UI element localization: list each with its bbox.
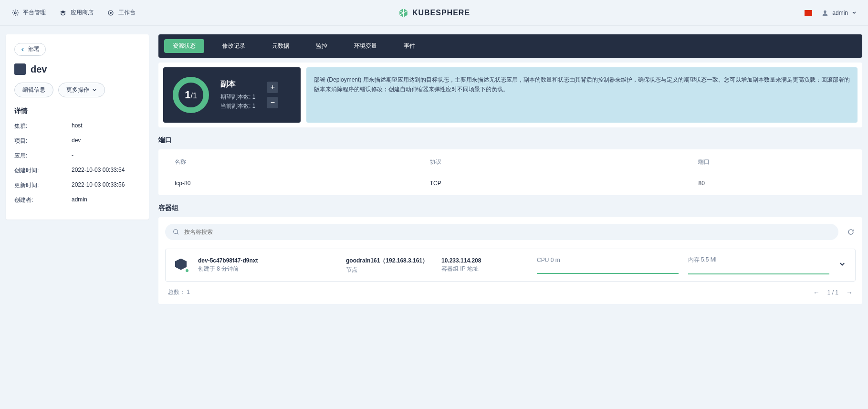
value: dev bbox=[72, 137, 81, 145]
search-icon bbox=[173, 229, 179, 235]
label: 创建者: bbox=[14, 196, 72, 204]
more-button[interactable]: 更多操作 bbox=[58, 83, 105, 97]
detail-created: 创建时间:2022-10-03 00:33:54 bbox=[14, 167, 140, 175]
search-input[interactable] bbox=[184, 229, 831, 235]
detail-updated: 更新时间:2022-10-03 00:33:56 bbox=[14, 181, 140, 189]
deployment-info: 部署 (Deployment) 用来描述期望应用达到的目标状态，主要用来描述无状… bbox=[306, 67, 858, 123]
ports-row: tcp-80 TCP 80 bbox=[158, 173, 862, 193]
tab-metadata[interactable]: 元数据 bbox=[263, 39, 298, 53]
edit-button[interactable]: 编辑信息 bbox=[14, 83, 53, 97]
chevron-down-icon bbox=[839, 261, 846, 268]
label: 集群: bbox=[14, 122, 72, 130]
refresh-button[interactable] bbox=[846, 227, 856, 237]
tab-status[interactable]: 资源状态 bbox=[164, 39, 204, 53]
ports-title: 端口 bbox=[158, 136, 862, 145]
pager-controls: ← 1 / 1 → bbox=[813, 289, 853, 296]
cpu-sparkline bbox=[537, 265, 679, 274]
replica-controls: + − bbox=[267, 82, 278, 108]
port-number: 80 bbox=[698, 180, 846, 187]
mem-sparkline bbox=[688, 266, 830, 274]
detail-project: 项目:dev bbox=[14, 137, 140, 145]
pod-node: goodrain161（192.168.3.161） bbox=[346, 257, 432, 265]
content-area: 资源状态 修改记录 元数据 监控 环境变量 事件 1/1 副本 期望副本数: 1… bbox=[158, 34, 862, 304]
replica-current-line: 当前副本数: 1 bbox=[220, 102, 255, 110]
replica-desired: 期望副本数: 1 bbox=[220, 93, 255, 101]
top-nav: 平台管理 应用商店 工作台 KUBESPHERE admin bbox=[0, 0, 868, 26]
nav-workbench-label: 工作台 bbox=[118, 9, 136, 17]
replica-info: 副本 期望副本数: 1 当前副本数: 1 bbox=[220, 79, 255, 111]
label: 创建时间: bbox=[14, 167, 72, 175]
pods-card: dev-5c47b98f47-d9nxt 创建于 8 分钟前 goodrain1… bbox=[158, 217, 862, 304]
nav-left: 平台管理 应用商店 工作台 bbox=[11, 9, 136, 17]
pod-ip-col: 10.233.114.208 容器组 IP 地址 bbox=[441, 257, 527, 273]
pod-ip-label: 容器组 IP 地址 bbox=[441, 265, 527, 273]
tab-events[interactable]: 事件 bbox=[395, 39, 424, 53]
col-name-header: 名称 bbox=[175, 158, 430, 166]
total-label: 总数： bbox=[168, 289, 185, 295]
ports-table: 名称 协议 端口 tcp-80 TCP 80 bbox=[158, 149, 862, 195]
kubesphere-icon bbox=[398, 8, 408, 18]
nav-platform[interactable]: 平台管理 bbox=[11, 9, 46, 17]
back-button[interactable]: 部署 bbox=[14, 43, 46, 56]
logo-text: KUBESPHERE bbox=[412, 9, 470, 17]
nav-appstore-label: 应用商店 bbox=[71, 9, 94, 17]
col-port-header: 端口 bbox=[698, 158, 846, 166]
chevron-left-icon bbox=[21, 47, 25, 52]
value: 2022-10-03 00:33:56 bbox=[72, 181, 125, 189]
pod-ip: 10.233.114.208 bbox=[441, 257, 527, 264]
scale-up-button[interactable]: + bbox=[267, 82, 278, 93]
replica-title: 副本 bbox=[220, 79, 255, 89]
user-menu[interactable]: admin bbox=[822, 10, 857, 16]
svg-point-4 bbox=[174, 230, 178, 234]
target-icon bbox=[107, 9, 115, 17]
expand-button[interactable] bbox=[839, 261, 846, 269]
mem-label: 内存 5.5 Mi bbox=[688, 256, 830, 264]
tabs: 资源状态 修改记录 元数据 监控 环境变量 事件 bbox=[158, 34, 862, 58]
nav-workbench[interactable]: 工作台 bbox=[107, 9, 136, 17]
action-buttons: 编辑信息 更多操作 bbox=[14, 83, 140, 97]
tab-env[interactable]: 环境变量 bbox=[345, 39, 386, 53]
pod-icon bbox=[175, 259, 188, 272]
pod-node-col: goodrain161（192.168.3.161） 节点 bbox=[346, 257, 432, 274]
nav-appstore[interactable]: 应用商店 bbox=[59, 9, 94, 17]
search-bar[interactable] bbox=[165, 224, 838, 240]
next-page[interactable]: → bbox=[846, 289, 853, 296]
value: host bbox=[72, 122, 83, 130]
total: 总数： 1 bbox=[168, 288, 190, 296]
search-row bbox=[165, 224, 856, 240]
prev-page[interactable]: ← bbox=[813, 289, 820, 296]
value: 2022-10-03 00:33:54 bbox=[72, 167, 125, 175]
edit-label: 编辑信息 bbox=[22, 86, 45, 94]
detail-creator: 创建者:admin bbox=[14, 196, 140, 204]
port-name: tcp-80 bbox=[175, 180, 430, 187]
ports-header: 名称 协议 端口 bbox=[158, 151, 862, 173]
pod-name: dev-5c47b98f47-d9nxt bbox=[198, 257, 336, 264]
chevron-down-icon bbox=[852, 10, 857, 15]
value: - bbox=[72, 152, 73, 160]
svg-point-0 bbox=[14, 12, 16, 14]
resource-name: dev bbox=[31, 64, 47, 75]
cpu-label: CPU 0 m bbox=[537, 257, 679, 263]
logo[interactable]: KUBESPHERE bbox=[398, 8, 470, 18]
replica-ring: 1/1 bbox=[173, 77, 209, 113]
flag-icon[interactable] bbox=[805, 10, 812, 16]
user-name: admin bbox=[832, 10, 848, 16]
scale-down-button[interactable]: − bbox=[267, 97, 278, 108]
nav-right: admin bbox=[805, 10, 857, 16]
pod-name-col: dev-5c47b98f47-d9nxt 创建于 8 分钟前 bbox=[198, 257, 336, 273]
overview-section: 1/1 副本 期望副本数: 1 当前副本数: 1 + − 部署 (Deploym… bbox=[158, 63, 862, 127]
label: 项目: bbox=[14, 137, 72, 145]
label: 应用: bbox=[14, 152, 72, 160]
more-label: 更多操作 bbox=[66, 86, 89, 94]
pagination: 总数： 1 ← 1 / 1 → bbox=[165, 282, 856, 297]
col-protocol-header: 协议 bbox=[430, 158, 699, 166]
nav-platform-label: 平台管理 bbox=[23, 9, 46, 17]
pod-created: 创建于 8 分钟前 bbox=[198, 265, 336, 273]
back-label: 部署 bbox=[28, 45, 40, 53]
refresh-icon bbox=[847, 228, 855, 236]
tab-monitoring[interactable]: 监控 bbox=[307, 39, 336, 53]
pods-title: 容器组 bbox=[158, 204, 862, 212]
label: 更新时间: bbox=[14, 181, 72, 189]
tab-revisions[interactable]: 修改记录 bbox=[214, 39, 254, 53]
pod-row[interactable]: dev-5c47b98f47-d9nxt 创建于 8 分钟前 goodrain1… bbox=[165, 249, 856, 282]
